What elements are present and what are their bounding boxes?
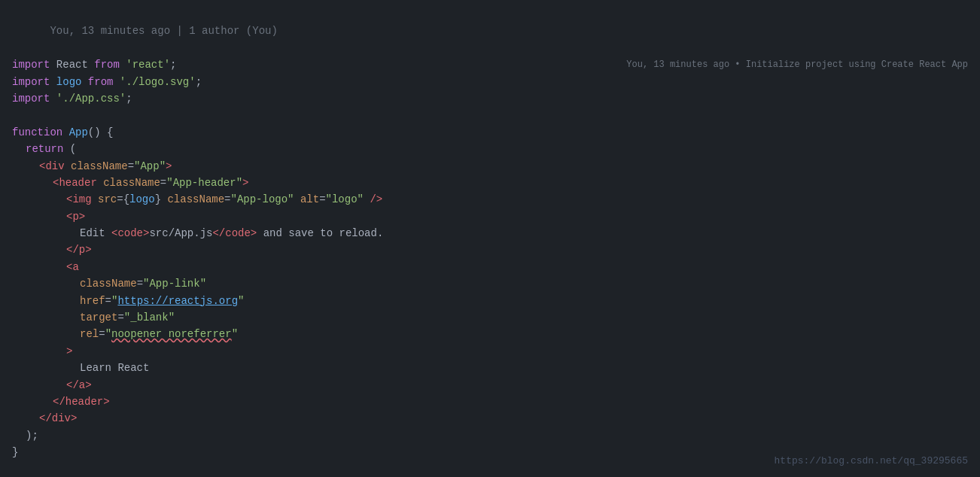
text-andsave: and save to reload. [257,227,383,239]
code-content-16: target="_blank" [0,309,980,326]
tag-img-selfclose: /> [370,193,382,205]
tag-p-open: <p> [66,211,85,223]
tag-div-open: <div [39,160,65,172]
blame-1: You, 13 minutes ago • Initialize project… [626,56,980,73]
squiggly-noopener: noopener noreferrer [111,328,232,340]
tag-header-open: <header [53,177,97,189]
code-line-19: Learn React [0,360,980,376]
attr-src: src [98,193,117,205]
code-line-20: </a> [0,377,980,393]
code-content-5: function App() { [0,124,980,141]
code-line-1: import React from 'react'; You, 13 minut… [0,56,980,73]
attrval-applogo: "App-logo" [231,193,294,205]
tag-header-close: </header> [53,396,110,408]
text-learnreact: Learn React [80,362,149,374]
code-content-13: <a [0,259,980,275]
keyword-from: from [94,59,120,71]
attrval-appheader: "App-header" [166,177,242,189]
attr-target: target [80,311,117,324]
code-line-7: <div className="App"> [0,158,980,175]
watermark: https://blog.csdn.net/qq_39295665 [775,454,968,469]
string-logo: './logo.svg' [120,76,196,88]
code-line-14: className="App-link" [0,275,980,292]
code-line-21: </header> [0,393,980,410]
code-line-23: ); [0,427,980,444]
tag-a-close: </a> [66,379,92,391]
text-edit: Edit [80,227,111,239]
code-line-3: import './App.css'; [0,90,980,107]
code-line-5: function App() { [0,124,980,141]
keyword-function: function [12,126,62,138]
attr-header-classname: className [103,177,160,189]
git-header-row: You, 13 minutes ago | 1 author (You) [0,6,980,56]
code-content-21: </header> [0,393,980,410]
code-line-18: > [0,343,980,360]
code-content-12: </p> [0,242,980,258]
git-header-info: You, 13 minutes ago | 1 author (You) [50,25,277,37]
attr-a-classname: className [80,278,137,290]
code-content-18: > [0,343,980,360]
text-closing-brace: } [12,446,18,458]
code-content-6: return ( [0,141,980,157]
keyword-import3: import [12,93,50,105]
code-content-17: rel="noopener noreferrer" [0,326,980,342]
attrval-rel: "noopener noreferrer" [105,328,238,340]
code-content-3: import './App.css'; [0,90,980,107]
text-srcappjs: src/App.js [149,227,212,239]
tag-code-close: </code> [212,227,257,239]
attr-alt: alt [300,193,319,205]
code-content-15: href="https://reactjs.org" [0,293,980,309]
code-content-11: Edit <code>src/App.js</code> and save to… [0,225,980,242]
code-line-13: <a [0,259,980,275]
code-content-2: import logo from './logo.svg'; [0,74,980,90]
git-header-text: You, 13 minutes ago | 1 author (You) [0,6,980,56]
var-logo2: logo [129,193,155,205]
tag-a-bracket: > [66,345,72,357]
code-content-23: ); [0,427,980,444]
keyword-import: import [12,59,50,71]
code-content-22: </div> [0,410,980,427]
attrval-blank: "_blank" [124,311,175,324]
code-line-17: rel="noopener noreferrer" [0,326,980,342]
tag-div-close2: </div> [39,412,77,424]
code-line-10: <p> [0,208,980,225]
code-line-6: return ( [0,141,980,157]
code-line-12: </p> [0,242,980,258]
code-content-7: <div className="App"> [0,158,980,175]
code-content-10: <p> [0,208,980,225]
tag-p-close: </p> [66,244,92,256]
code-line-11: Edit <code>src/App.js</code> and save to… [0,225,980,242]
keyword-return: return [26,143,63,155]
code-content-8: <header className="App-header"> [0,175,980,191]
code-content-1: import React from 'react'; [0,56,626,73]
code-content-14: className="App-link" [0,275,980,292]
attr-img-classname: className [167,193,224,205]
code-content-20: </a> [0,377,980,393]
string-react: 'react' [126,59,170,71]
code-line-16: target="_blank" [0,309,980,326]
tag-a-open: <a [66,261,79,273]
attrval-href-close: " [238,295,244,307]
code-content-9: <img src={logo} className="App-logo" alt… [0,191,980,208]
code-line-9: <img src={logo} className="App-logo" alt… [0,191,980,208]
code-line-4 [0,107,980,123]
code-line-15: href="https://reactjs.org" [0,293,980,309]
tag-header-close: > [242,177,248,189]
attrval-applink: "App-link" [143,278,206,290]
tag-img: <img [66,193,92,205]
fn-app: App [69,126,88,138]
string-appcss: './App.css' [56,93,126,105]
text-paren-semi: ); [26,430,38,442]
attrval-logo: "logo" [326,193,364,205]
attrval-app: "App" [134,160,166,172]
code-editor: You, 13 minutes ago | 1 author (You) imp… [0,0,980,477]
attr-href: href [80,295,105,307]
url-reactjs: https://reactjs.org [117,295,238,307]
code-line-22: </div> [0,410,980,427]
code-line-8: <header className="App-header"> [0,175,980,191]
code-content-19: Learn React [0,360,980,376]
tag-div-close: > [166,160,172,172]
attr-rel: rel [80,328,99,340]
code-line-2: import logo from './logo.svg'; [0,74,980,90]
keyword-import2: import [12,76,50,88]
